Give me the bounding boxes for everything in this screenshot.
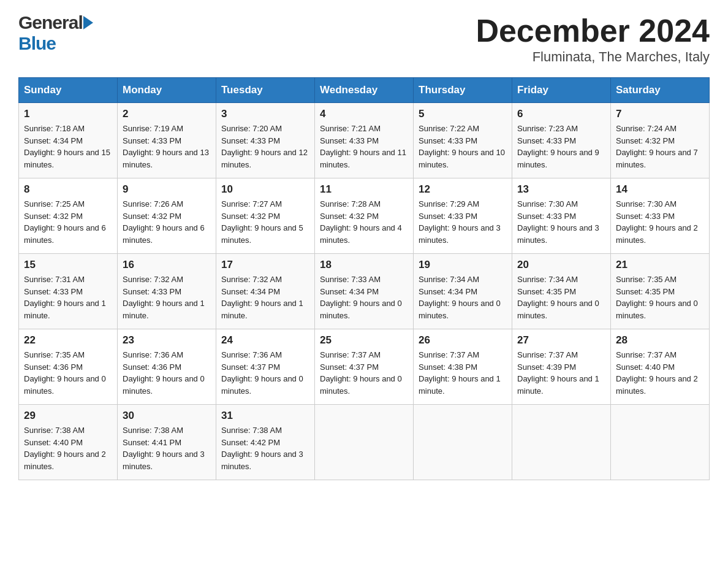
- day-info: Sunrise: 7:25 AM Sunset: 4:32 PM Dayligh…: [24, 198, 112, 246]
- calendar-body: 1 Sunrise: 7:18 AM Sunset: 4:34 PM Dayli…: [19, 103, 710, 480]
- day-info: Sunrise: 7:30 AM Sunset: 4:33 PM Dayligh…: [517, 198, 605, 246]
- day-info: Sunrise: 7:38 AM Sunset: 4:40 PM Dayligh…: [24, 424, 112, 472]
- day-number: 10: [221, 183, 309, 196]
- days-row: SundayMondayTuesdayWednesdayThursdayFrid…: [19, 78, 710, 103]
- calendar-title: December 2024: [476, 12, 710, 49]
- calendar-subtitle: Fluminata, The Marches, Italy: [476, 49, 710, 65]
- calendar-cell: 8 Sunrise: 7:25 AM Sunset: 4:32 PM Dayli…: [19, 178, 118, 254]
- day-number: 19: [419, 259, 507, 271]
- day-number: 30: [123, 410, 211, 422]
- day-info: Sunrise: 7:36 AM Sunset: 4:36 PM Dayligh…: [123, 349, 211, 397]
- day-number: 12: [419, 183, 507, 196]
- day-info: Sunrise: 7:32 AM Sunset: 4:33 PM Dayligh…: [123, 274, 211, 321]
- day-info: Sunrise: 7:36 AM Sunset: 4:37 PM Dayligh…: [221, 349, 309, 397]
- title-block: December 2024 Fluminata, The Marches, It…: [476, 12, 710, 65]
- calendar-cell: [414, 405, 512, 480]
- calendar-cell: 12 Sunrise: 7:29 AM Sunset: 4:33 PM Dayl…: [414, 178, 512, 254]
- day-number: 18: [320, 259, 408, 271]
- calendar-cell: 26 Sunrise: 7:37 AM Sunset: 4:38 PM Dayl…: [414, 329, 512, 405]
- day-info: Sunrise: 7:37 AM Sunset: 4:37 PM Dayligh…: [320, 349, 408, 397]
- day-number: 20: [517, 259, 605, 271]
- day-number: 25: [320, 334, 408, 347]
- day-number: 4: [320, 108, 408, 120]
- calendar-cell: 15 Sunrise: 7:31 AM Sunset: 4:33 PM Dayl…: [19, 254, 118, 329]
- day-header-monday: Monday: [118, 78, 216, 103]
- day-info: Sunrise: 7:37 AM Sunset: 4:39 PM Dayligh…: [517, 349, 605, 397]
- day-info: Sunrise: 7:33 AM Sunset: 4:34 PM Dayligh…: [320, 274, 408, 321]
- calendar-week-3: 15 Sunrise: 7:31 AM Sunset: 4:33 PM Dayl…: [19, 254, 710, 329]
- day-number: 28: [616, 334, 704, 347]
- day-info: Sunrise: 7:28 AM Sunset: 4:32 PM Dayligh…: [320, 198, 408, 246]
- day-info: Sunrise: 7:30 AM Sunset: 4:33 PM Dayligh…: [616, 198, 704, 246]
- day-header-sunday: Sunday: [19, 78, 118, 103]
- day-number: 2: [123, 108, 211, 120]
- page-header: General Blue December 2024 Fluminata, Th…: [18, 12, 710, 65]
- calendar-cell: 19 Sunrise: 7:34 AM Sunset: 4:34 PM Dayl…: [414, 254, 512, 329]
- calendar-cell: 21 Sunrise: 7:35 AM Sunset: 4:35 PM Dayl…: [611, 254, 710, 329]
- day-info: Sunrise: 7:31 AM Sunset: 4:33 PM Dayligh…: [24, 274, 112, 321]
- calendar-cell: 10 Sunrise: 7:27 AM Sunset: 4:32 PM Dayl…: [216, 178, 315, 254]
- calendar-cell: 30 Sunrise: 7:38 AM Sunset: 4:41 PM Dayl…: [118, 405, 216, 480]
- calendar-cell: 22 Sunrise: 7:35 AM Sunset: 4:36 PM Dayl…: [19, 329, 118, 405]
- calendar-cell: [611, 405, 710, 480]
- calendar-cell: 2 Sunrise: 7:19 AM Sunset: 4:33 PM Dayli…: [118, 103, 216, 178]
- day-header-friday: Friday: [512, 78, 611, 103]
- day-info: Sunrise: 7:20 AM Sunset: 4:33 PM Dayligh…: [221, 123, 309, 170]
- logo-general: General: [18, 12, 83, 33]
- day-number: 9: [123, 183, 211, 196]
- calendar-cell: 31 Sunrise: 7:38 AM Sunset: 4:42 PM Dayl…: [216, 405, 315, 480]
- day-info: Sunrise: 7:27 AM Sunset: 4:32 PM Dayligh…: [221, 198, 309, 246]
- calendar-cell: 4 Sunrise: 7:21 AM Sunset: 4:33 PM Dayli…: [315, 103, 414, 178]
- day-info: Sunrise: 7:37 AM Sunset: 4:38 PM Dayligh…: [419, 349, 507, 397]
- calendar-cell: 13 Sunrise: 7:30 AM Sunset: 4:33 PM Dayl…: [512, 178, 611, 254]
- calendar-cell: 29 Sunrise: 7:38 AM Sunset: 4:40 PM Dayl…: [19, 405, 118, 480]
- day-number: 7: [616, 108, 704, 120]
- day-number: 24: [221, 334, 309, 347]
- calendar-week-4: 22 Sunrise: 7:35 AM Sunset: 4:36 PM Dayl…: [19, 329, 710, 405]
- day-info: Sunrise: 7:34 AM Sunset: 4:35 PM Dayligh…: [517, 274, 605, 321]
- day-info: Sunrise: 7:38 AM Sunset: 4:42 PM Dayligh…: [221, 424, 309, 472]
- day-number: 22: [24, 334, 112, 347]
- day-info: Sunrise: 7:34 AM Sunset: 4:34 PM Dayligh…: [419, 274, 507, 321]
- calendar-cell: 9 Sunrise: 7:26 AM Sunset: 4:32 PM Dayli…: [118, 178, 216, 254]
- calendar-cell: [315, 405, 414, 480]
- calendar-cell: 7 Sunrise: 7:24 AM Sunset: 4:32 PM Dayli…: [611, 103, 710, 178]
- day-info: Sunrise: 7:38 AM Sunset: 4:41 PM Dayligh…: [123, 424, 211, 472]
- calendar-cell: 18 Sunrise: 7:33 AM Sunset: 4:34 PM Dayl…: [315, 254, 414, 329]
- calendar-cell: 28 Sunrise: 7:37 AM Sunset: 4:40 PM Dayl…: [611, 329, 710, 405]
- calendar-cell: 11 Sunrise: 7:28 AM Sunset: 4:32 PM Dayl…: [315, 178, 414, 254]
- day-number: 13: [517, 183, 605, 196]
- day-info: Sunrise: 7:18 AM Sunset: 4:34 PM Dayligh…: [24, 123, 112, 170]
- calendar-cell: 23 Sunrise: 7:36 AM Sunset: 4:36 PM Dayl…: [118, 329, 216, 405]
- day-number: 16: [123, 259, 211, 271]
- day-info: Sunrise: 7:23 AM Sunset: 4:33 PM Dayligh…: [517, 123, 605, 170]
- day-info: Sunrise: 7:29 AM Sunset: 4:33 PM Dayligh…: [419, 198, 507, 246]
- day-info: Sunrise: 7:21 AM Sunset: 4:33 PM Dayligh…: [320, 123, 408, 170]
- calendar-week-1: 1 Sunrise: 7:18 AM Sunset: 4:34 PM Dayli…: [19, 103, 710, 178]
- calendar-header: SundayMondayTuesdayWednesdayThursdayFrid…: [19, 78, 710, 103]
- calendar-cell: 5 Sunrise: 7:22 AM Sunset: 4:33 PM Dayli…: [414, 103, 512, 178]
- calendar-cell: 24 Sunrise: 7:36 AM Sunset: 4:37 PM Dayl…: [216, 329, 315, 405]
- calendar-cell: 6 Sunrise: 7:23 AM Sunset: 4:33 PM Dayli…: [512, 103, 611, 178]
- day-number: 17: [221, 259, 309, 271]
- day-header-saturday: Saturday: [611, 78, 710, 103]
- calendar-cell: 1 Sunrise: 7:18 AM Sunset: 4:34 PM Dayli…: [19, 103, 118, 178]
- day-number: 5: [419, 108, 507, 120]
- calendar-week-2: 8 Sunrise: 7:25 AM Sunset: 4:32 PM Dayli…: [19, 178, 710, 254]
- day-info: Sunrise: 7:32 AM Sunset: 4:34 PM Dayligh…: [221, 274, 309, 321]
- day-number: 8: [24, 183, 112, 196]
- calendar-cell: 3 Sunrise: 7:20 AM Sunset: 4:33 PM Dayli…: [216, 103, 315, 178]
- logo: General Blue: [18, 12, 94, 54]
- day-number: 31: [221, 410, 309, 422]
- day-number: 11: [320, 183, 408, 196]
- day-header-tuesday: Tuesday: [216, 78, 315, 103]
- calendar-table: SundayMondayTuesdayWednesdayThursdayFrid…: [18, 77, 710, 480]
- calendar-cell: 16 Sunrise: 7:32 AM Sunset: 4:33 PM Dayl…: [118, 254, 216, 329]
- logo-arrow-icon: [83, 16, 93, 29]
- calendar-cell: [512, 405, 611, 480]
- day-number: 3: [221, 108, 309, 120]
- day-info: Sunrise: 7:37 AM Sunset: 4:40 PM Dayligh…: [616, 349, 704, 397]
- calendar-cell: 25 Sunrise: 7:37 AM Sunset: 4:37 PM Dayl…: [315, 329, 414, 405]
- day-number: 6: [517, 108, 605, 120]
- day-number: 29: [24, 410, 112, 422]
